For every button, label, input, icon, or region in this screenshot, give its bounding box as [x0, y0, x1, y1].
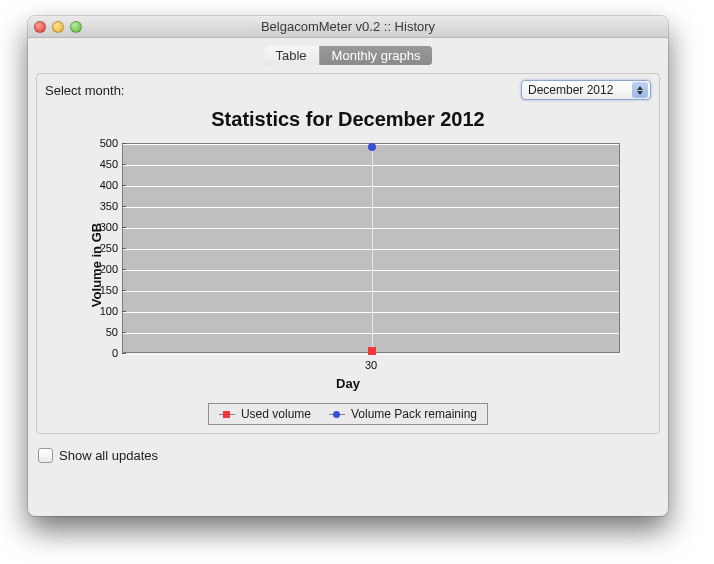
updown-icon: [632, 82, 648, 98]
gridline: [123, 165, 619, 166]
data-point: [368, 143, 376, 151]
x-tick: 30: [365, 359, 377, 371]
gridline: [123, 270, 619, 271]
gridline: [123, 249, 619, 250]
chart: Volume in GB Day 05010015020025030035040…: [58, 135, 638, 395]
y-tick: 450: [92, 158, 118, 170]
legend: Used volume Volume Pack remaining: [208, 403, 488, 425]
legend-item-used: Used volume: [219, 407, 311, 421]
y-tick: 150: [92, 284, 118, 296]
data-point: [368, 347, 376, 355]
legend-label: Volume Pack remaining: [351, 407, 477, 421]
gridline: [123, 333, 619, 334]
select-month-label: Select month:: [45, 83, 125, 98]
x-guideline: [372, 144, 373, 352]
titlebar: BelgacomMeter v0.2 :: History: [28, 16, 668, 38]
segmented-control: Table Monthly graphs: [264, 46, 433, 65]
gridline: [123, 228, 619, 229]
tabbar: Table Monthly graphs: [28, 38, 668, 73]
y-tick: 300: [92, 221, 118, 233]
tab-table[interactable]: Table: [264, 46, 320, 65]
y-tick: 400: [92, 179, 118, 191]
window: BelgacomMeter v0.2 :: History Table Mont…: [28, 16, 668, 516]
content-panel: Select month: December 2012 Statistics f…: [36, 73, 660, 434]
y-tick: 500: [92, 137, 118, 149]
y-tick: 250: [92, 242, 118, 254]
footer: Show all updates: [28, 442, 668, 471]
close-button[interactable]: [34, 21, 46, 33]
legend-label: Used volume: [241, 407, 311, 421]
minimize-button[interactable]: [52, 21, 64, 33]
month-selector-row: Select month: December 2012: [45, 80, 651, 100]
traffic-lights: [34, 21, 82, 33]
month-select-value: December 2012: [528, 83, 613, 97]
y-tick: 0: [92, 347, 118, 359]
y-tick: 200: [92, 263, 118, 275]
gridline: [123, 207, 619, 208]
show-all-updates-label: Show all updates: [59, 448, 158, 463]
chart-title: Statistics for December 2012: [45, 108, 651, 131]
zoom-button[interactable]: [70, 21, 82, 33]
tab-monthly-graphs[interactable]: Monthly graphs: [320, 46, 433, 65]
y-tick: 100: [92, 305, 118, 317]
show-all-updates-checkbox[interactable]: [38, 448, 53, 463]
legend-item-remaining: Volume Pack remaining: [329, 407, 477, 421]
x-axis-label: Day: [58, 376, 638, 391]
month-select[interactable]: December 2012: [521, 80, 651, 100]
plot-area: [122, 143, 620, 353]
y-tick: 50: [92, 326, 118, 338]
gridline: [123, 291, 619, 292]
circle-icon: [333, 411, 340, 418]
square-icon: [223, 411, 230, 418]
gridline: [123, 312, 619, 313]
y-tick: 350: [92, 200, 118, 212]
gridline: [123, 186, 619, 187]
window-title: BelgacomMeter v0.2 :: History: [28, 19, 668, 34]
